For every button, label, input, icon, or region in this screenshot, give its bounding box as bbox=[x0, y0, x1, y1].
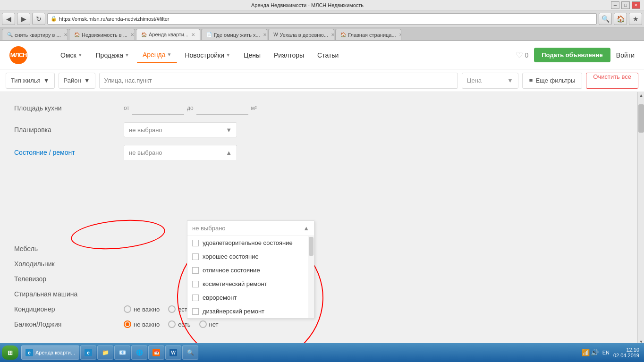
tab-favicon-3: 📄 bbox=[206, 32, 212, 37]
condition-option-1[interactable]: хорошее состояние bbox=[187, 250, 314, 263]
condition-option-3[interactable]: косметический ремонт bbox=[187, 277, 314, 291]
taskbar-item-folder[interactable]: 📁 bbox=[97, 345, 113, 360]
taskbar-folder-icon: 📁 bbox=[102, 349, 109, 356]
tab-2[interactable]: 🏠 Аренда кварти... ✕ bbox=[136, 29, 200, 40]
site-logo[interactable]: МЛСН bbox=[9, 46, 47, 65]
condition-dropdown[interactable]: не выбрано ▲ bbox=[124, 145, 237, 160]
condition-checkbox-2[interactable] bbox=[192, 267, 199, 274]
tab-close-5[interactable]: ✕ bbox=[399, 32, 401, 37]
taskbar-web-icon: 🌐 bbox=[136, 349, 143, 356]
tab-5[interactable]: 🏠 Главная страница... ✕ bbox=[335, 29, 401, 40]
condition-checkbox-1[interactable] bbox=[192, 253, 199, 260]
tab-close-4[interactable]: ✕ bbox=[331, 32, 334, 37]
nav-articles[interactable]: Статьи bbox=[312, 48, 344, 63]
ac-radio-circle-yes bbox=[168, 305, 176, 313]
nav-newbuildings[interactable]: Новостройки ▼ bbox=[179, 48, 236, 63]
taskbar-item-mail[interactable]: 📧 bbox=[114, 345, 130, 360]
tab-label-3: Где омицу жить х... bbox=[214, 32, 260, 38]
filter-bar: Тип жилья ▼ Район ▼ Цена ▼ ≡ Еще фильтры… bbox=[0, 69, 644, 92]
filter-type-select[interactable]: Тип жилья ▼ bbox=[6, 73, 55, 89]
layout-dropdown[interactable]: не выбрано ▼ bbox=[124, 122, 237, 137]
taskbar-item-browser[interactable]: e Аренда кварти... bbox=[21, 345, 79, 360]
nav-rent[interactable]: Аренда ▼ bbox=[137, 47, 178, 63]
tab-close-1[interactable]: ✕ bbox=[130, 32, 134, 37]
taskbar-item-search[interactable]: 🔍 bbox=[182, 345, 198, 360]
filter-price-select[interactable]: Цена ▼ bbox=[462, 73, 518, 89]
dropdown-scrollbar[interactable] bbox=[308, 236, 314, 318]
page-scrollbar[interactable]: ▲ ▼ bbox=[637, 92, 644, 345]
nav-city[interactable]: Омск ▼ bbox=[55, 48, 88, 63]
condition-checkbox-0[interactable] bbox=[192, 240, 199, 246]
more-filters-button[interactable]: ≡ Еще фильтры bbox=[522, 73, 582, 89]
washer-label: Стиральная машина bbox=[14, 290, 118, 298]
address-text: https://omsk.mlsn.ru/arenda-nedvizhimost… bbox=[59, 16, 169, 22]
condition-checkbox-5[interactable] bbox=[192, 308, 199, 315]
date-display: 02.04.2019 bbox=[613, 353, 639, 358]
tab-0[interactable]: 🔍 снять квартиру в ... ✕ bbox=[2, 29, 68, 40]
condition-option-5[interactable]: дизайнерский ремонт bbox=[187, 304, 314, 318]
favorites-button[interactable]: ♡ 0 bbox=[516, 50, 528, 60]
filter-district-select[interactable]: Район ▼ bbox=[59, 73, 95, 89]
condition-checkbox-4[interactable] bbox=[192, 295, 199, 301]
page-scrollbar-thumb[interactable] bbox=[638, 104, 644, 133]
star-button[interactable]: ★ bbox=[629, 13, 642, 25]
clear-all-button[interactable]: Очистить все bbox=[586, 73, 638, 89]
taskbar-item-web[interactable]: 🌐 bbox=[131, 345, 147, 360]
ac-radio-any[interactable]: не важно bbox=[124, 305, 160, 313]
kitchen-area-to-input[interactable] bbox=[196, 101, 248, 115]
start-button[interactable]: ⊞ bbox=[2, 345, 18, 360]
tab-close-0[interactable]: ✕ bbox=[64, 32, 68, 37]
filter-price-arrow: ▼ bbox=[507, 77, 513, 84]
nav-realtors[interactable]: Риэлторы bbox=[268, 48, 310, 63]
condition-option-0[interactable]: удовлетворительное состояние bbox=[187, 236, 314, 250]
tab-4[interactable]: W Уехала в деревню... ✕ bbox=[268, 29, 334, 40]
balcony-radio-any[interactable]: не важно bbox=[124, 320, 160, 328]
nav-menu: Омск ▼ Продажа ▼ Аренда ▼ Новостройки ▼ … bbox=[55, 47, 516, 63]
tab-1[interactable]: 🏠 Недвижимость в ... ✕ bbox=[69, 29, 135, 40]
filter-address-input[interactable] bbox=[99, 73, 458, 89]
tab-label-5: Главная страница... bbox=[348, 32, 396, 38]
maximize-button[interactable]: □ bbox=[621, 1, 630, 9]
windows-icon: ⊞ bbox=[8, 349, 13, 356]
balcony-radio-no[interactable]: нет bbox=[199, 320, 219, 328]
minimize-button[interactable]: ─ bbox=[611, 1, 619, 9]
kitchen-area-row: Площадь кухни от до м² bbox=[14, 101, 630, 115]
tab-close-2[interactable]: ✕ bbox=[191, 32, 195, 37]
dropdown-collapse-icon[interactable]: ▲ bbox=[303, 225, 309, 232]
taskbar-items: e Аренда кварти... e 📁 📧 🌐 📅 W bbox=[21, 345, 579, 360]
login-button[interactable]: Войти bbox=[616, 51, 635, 59]
taskbar-network-icon: 📶 bbox=[582, 349, 590, 356]
nav-sale[interactable]: Продажа ▼ bbox=[90, 48, 135, 63]
nav-prices[interactable]: Цены bbox=[238, 48, 266, 63]
balcony-row: Балкон/Лоджия не важно есть нет bbox=[14, 320, 630, 328]
dropdown-header-value: не выбрано bbox=[192, 225, 226, 232]
scroll-up-arrow[interactable]: ▲ bbox=[638, 92, 644, 99]
home-button[interactable]: 🏠 bbox=[614, 13, 627, 25]
dropdown-scrollbar-thumb bbox=[309, 237, 314, 256]
dropdown-scroll-container: удовлетворительное состояние хорошее сос… bbox=[187, 236, 314, 318]
browser-tabs: 🔍 снять квартиру в ... ✕ 🏠 Недвижимость … bbox=[0, 27, 644, 41]
taskbar-item-word[interactable]: W bbox=[165, 345, 181, 360]
tab-favicon-0: 🔍 bbox=[7, 32, 13, 37]
kitchen-area-from-input[interactable] bbox=[132, 101, 184, 115]
search-icon[interactable]: 🔍 bbox=[599, 13, 612, 25]
refresh-button[interactable]: ↻ bbox=[32, 13, 45, 25]
taskbar-item-2[interactable]: e bbox=[80, 345, 96, 360]
taskbar-item-calendar[interactable]: 📅 bbox=[148, 345, 164, 360]
dropdown-scroll[interactable]: удовлетворительное состояние хорошее сос… bbox=[187, 236, 314, 318]
forward-button[interactable]: ▶ bbox=[17, 13, 30, 25]
address-bar[interactable]: 🔒 https://omsk.mlsn.ru/arenda-nedvizhimo… bbox=[47, 13, 597, 25]
condition-option-2[interactable]: отличное состояние bbox=[187, 263, 314, 277]
tab-3[interactable]: 📄 Где омицу жить х... ✕ bbox=[201, 29, 267, 40]
tab-close-3[interactable]: ✕ bbox=[263, 32, 267, 37]
taskbar-word-icon: W bbox=[169, 349, 177, 356]
tab-label-4: Уехала в деревню... bbox=[280, 32, 328, 38]
balcony-radio-yes[interactable]: есть bbox=[168, 320, 190, 328]
back-button[interactable]: ◀ bbox=[2, 13, 15, 25]
close-button[interactable]: ✕ bbox=[632, 1, 640, 9]
ac-label: Кондиционер bbox=[14, 305, 118, 313]
condition-checkbox-3[interactable] bbox=[192, 281, 199, 287]
post-ad-button[interactable]: Подать объявление bbox=[534, 48, 610, 62]
condition-option-4[interactable]: евроремонт bbox=[187, 291, 314, 304]
kitchen-area-inputs: от до м² bbox=[124, 101, 257, 115]
